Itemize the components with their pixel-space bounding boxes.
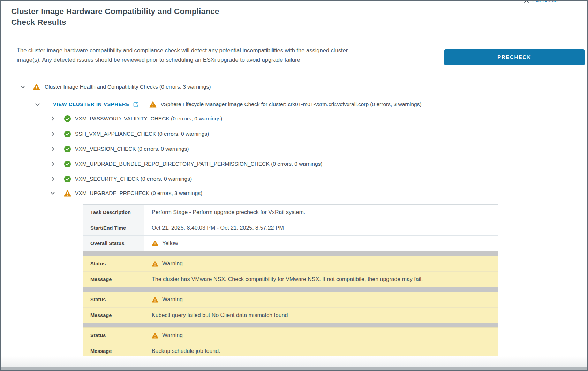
tree-root-label: Cluster Image Health and Compatibility C… bbox=[45, 84, 211, 90]
page-title: Cluster Image Hardware Compatibility and… bbox=[11, 6, 219, 28]
row-label: Status bbox=[83, 256, 144, 271]
message-value: The cluster has VMware NSX. Check compat… bbox=[144, 272, 498, 287]
table-row: Status Warning bbox=[83, 328, 498, 343]
overall-status-value: Yellow bbox=[144, 236, 498, 251]
task-summary-table: Task Description Perform Stage - Perform… bbox=[83, 204, 498, 251]
precheck-details: Task Description Perform Stage - Perform… bbox=[83, 204, 498, 359]
view-cluster-in-vsphere-link[interactable]: VIEW CLUSTER IN VSPHERE bbox=[53, 101, 139, 107]
status-value: Warning bbox=[144, 328, 498, 343]
check-label: VXM_SECURITY_CHECK (0 errors, 0 warnings… bbox=[75, 176, 192, 182]
section-divider bbox=[83, 323, 498, 327]
exit-details-link[interactable]: Exit Details bbox=[524, 0, 558, 3]
row-label: Message bbox=[83, 308, 144, 323]
warning-block: Status Warning Message Backup schedule j… bbox=[83, 327, 498, 359]
table-row: Start/End Time Oct 21, 2025, 8:40:03 PM … bbox=[83, 220, 498, 235]
success-icon bbox=[64, 160, 71, 168]
close-icon bbox=[524, 0, 529, 3]
warning-icon bbox=[152, 261, 158, 267]
warning-icon bbox=[33, 84, 40, 90]
tree-row-root: Cluster Image Health and Compatibility C… bbox=[1, 80, 211, 94]
table-row: Task Description Perform Stage - Perform… bbox=[83, 205, 498, 220]
warning-icon bbox=[152, 240, 158, 246]
chevron-right-icon[interactable] bbox=[50, 146, 55, 152]
chevron-down-icon[interactable] bbox=[35, 101, 40, 107]
cluster-check-label: vSphere Lifecycle Manager image Check fo… bbox=[161, 101, 422, 107]
warning-icon bbox=[152, 297, 158, 303]
tree-row-check: VXM_VERSION_CHECK (0 errors, 0 warnings) bbox=[1, 142, 189, 156]
table-row: Status Warning bbox=[83, 256, 498, 271]
success-icon bbox=[64, 130, 71, 138]
window-bottom-bar bbox=[1, 367, 587, 370]
table-row: Overall Status Yellow bbox=[83, 235, 498, 251]
warning-block: Status Warning Message The cluster has V… bbox=[83, 256, 498, 287]
status-value: Warning bbox=[144, 292, 498, 307]
chevron-right-icon[interactable] bbox=[50, 131, 55, 137]
success-icon bbox=[64, 175, 71, 183]
check-label: VXM_UPGRADE_PRECHECK (0 errors, 3 warnin… bbox=[75, 190, 202, 196]
panel-bottom-edge bbox=[1, 356, 587, 367]
tree-row-check: VXM_SECURITY_CHECK (0 errors, 0 warnings… bbox=[1, 172, 192, 186]
exit-details-label: Exit Details bbox=[532, 0, 558, 3]
section-divider bbox=[83, 287, 498, 292]
description-text: The cluster image hardware compatibility… bbox=[17, 46, 348, 65]
page-title-line2: Check Results bbox=[11, 17, 219, 28]
check-label: VXM_VERSION_CHECK (0 errors, 0 warnings) bbox=[75, 146, 189, 152]
check-label: VXM_PASSWORD_VALIDITY_CHECK (0 errors, 0… bbox=[75, 115, 222, 122]
tree-row-check: SSH_VXM_APPLIANCE_CHECK (0 errors, 0 war… bbox=[1, 127, 209, 141]
start-end-time-value: Oct 21, 2025, 8:40:03 PM - Oct 21, 2025,… bbox=[144, 220, 498, 235]
section-divider bbox=[83, 251, 498, 256]
warning-icon bbox=[64, 190, 71, 197]
success-icon bbox=[64, 115, 71, 122]
chevron-right-icon[interactable] bbox=[50, 176, 55, 182]
tree-row-check: VXM_PASSWORD_VALIDITY_CHECK (0 errors, 0… bbox=[1, 112, 222, 126]
row-label: Overall Status bbox=[83, 236, 144, 251]
message-value: Kubectl query failed but No Client data … bbox=[144, 308, 498, 323]
success-icon bbox=[64, 145, 71, 153]
table-row: Status Warning bbox=[83, 292, 498, 307]
row-label: Task Description bbox=[83, 205, 144, 220]
row-label: Start/End Time bbox=[83, 220, 144, 235]
warning-block: Status Warning Message Kubectl query fai… bbox=[83, 292, 498, 323]
check-label: VXM_UPDRADE_BUNDLE_REPO_DIRECTORY_PATH_P… bbox=[75, 161, 322, 167]
table-row: Message Kubectl query failed but No Clie… bbox=[83, 307, 498, 323]
task-description-value: Perform Stage - Perform upgrade precheck… bbox=[144, 205, 498, 220]
chevron-right-icon[interactable] bbox=[50, 161, 55, 167]
external-link-icon bbox=[133, 101, 139, 107]
chevron-down-icon[interactable] bbox=[50, 190, 55, 196]
tree-row-check: VXM_UPDRADE_BUNDLE_REPO_DIRECTORY_PATH_P… bbox=[1, 157, 322, 171]
tree-row-check: VXM_UPGRADE_PRECHECK (0 errors, 3 warnin… bbox=[1, 186, 202, 200]
tree-row-cluster: VIEW CLUSTER IN VSPHERE vSphere Lifecycl… bbox=[1, 97, 422, 112]
check-label: SSH_VXM_APPLIANCE_CHECK (0 errors, 0 war… bbox=[75, 131, 209, 137]
page-title-line1: Cluster Image Hardware Compatibility and… bbox=[11, 6, 219, 17]
check-results-panel: Exit Details Cluster Image Hardware Comp… bbox=[1, 1, 587, 370]
warning-icon bbox=[149, 101, 157, 108]
chevron-down-icon[interactable] bbox=[20, 84, 26, 90]
row-label: Message bbox=[83, 272, 144, 287]
status-value: Warning bbox=[144, 256, 498, 271]
precheck-button[interactable]: PRECHECK bbox=[444, 49, 585, 65]
warning-icon bbox=[152, 333, 158, 339]
row-label: Status bbox=[83, 328, 144, 343]
chevron-right-icon[interactable] bbox=[50, 116, 55, 121]
row-label: Status bbox=[83, 292, 144, 307]
table-row: Message The cluster has VMware NSX. Chec… bbox=[83, 271, 498, 287]
